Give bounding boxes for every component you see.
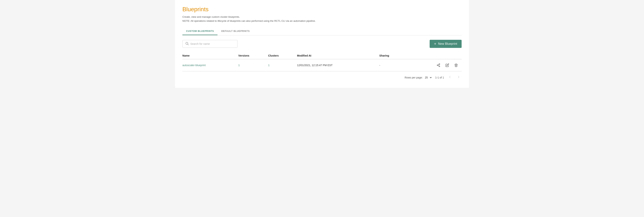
col-header-versions: Versions — [238, 52, 268, 59]
cell-clusters: 1 — [268, 59, 297, 71]
rows-per-page-select[interactable]: 25 50 100 — [424, 76, 432, 79]
pagination-row: Rows per page: 25 50 100 1-1 of 1 — [182, 71, 462, 80]
search-box — [182, 40, 238, 48]
col-header-clusters: Clusters — [268, 52, 297, 59]
description-line1: Create, view and manage custom cluster b… — [182, 15, 462, 19]
share-icon[interactable] — [436, 63, 441, 68]
chevron-right-icon — [457, 75, 460, 80]
content-area: + New Blueprint Name Versions Clusters M… — [182, 35, 462, 81]
cell-sharing: - — [379, 59, 407, 71]
col-header-name: Name — [182, 52, 238, 59]
row-actions — [407, 63, 459, 68]
rows-per-page: Rows per page: 25 50 100 — [405, 76, 432, 79]
blueprints-table: Name Versions Clusters Modified At Shari… — [182, 52, 462, 71]
cell-versions: 1 — [238, 59, 268, 71]
page-container: Blueprints Create, view and manage custo… — [175, 0, 469, 88]
tab-custom-blueprints[interactable]: CUSTOM BLUEPRINTS — [182, 28, 218, 35]
svg-line-6 — [438, 64, 439, 65]
cell-modified-at: 12/01/2021, 12:15:47 PM EST — [297, 59, 379, 71]
search-icon — [185, 42, 190, 46]
page-description: Create, view and manage custom cluster b… — [182, 15, 462, 23]
cell-actions — [407, 59, 462, 71]
edit-icon[interactable] — [445, 63, 450, 68]
versions-link[interactable]: 1 — [238, 64, 240, 67]
new-blueprint-label: New Blueprint — [438, 42, 457, 46]
plus-icon: + — [434, 42, 436, 46]
next-page-button[interactable] — [456, 74, 462, 80]
page-info: 1-1 of 1 — [435, 76, 444, 79]
search-input[interactable] — [190, 42, 235, 45]
rows-per-page-label: Rows per page: — [405, 76, 423, 79]
tabs: CUSTOM BLUEPRINTS DEFAULT BLUEPRINTS — [182, 28, 462, 35]
prev-page-button[interactable] — [447, 74, 453, 80]
svg-line-5 — [438, 66, 439, 66]
clusters-link[interactable]: 1 — [268, 64, 270, 67]
toolbar: + New Blueprint — [182, 40, 462, 48]
description-line2: NOTE: All operations related to lifecycl… — [182, 19, 462, 23]
page-title: Blueprints — [182, 6, 462, 13]
col-header-sharing: Sharing — [379, 52, 407, 59]
table-row: autoscaler-blueprint 1 1 12/01/2021, 12:… — [182, 59, 462, 71]
table-header-row: Name Versions Clusters Modified At Shari… — [182, 52, 462, 59]
col-header-actions — [407, 52, 462, 59]
svg-line-1 — [188, 44, 189, 45]
tabs-container: CUSTOM BLUEPRINTS DEFAULT BLUEPRINTS — [182, 28, 462, 35]
blueprint-name-link[interactable]: autoscaler-blueprint — [182, 64, 206, 67]
new-blueprint-button[interactable]: + New Blueprint — [430, 40, 462, 48]
chevron-left-icon — [448, 75, 452, 80]
delete-icon[interactable] — [454, 63, 459, 68]
cell-name: autoscaler-blueprint — [182, 59, 238, 71]
tab-default-blueprints[interactable]: DEFAULT BLUEPRINTS — [218, 28, 253, 35]
col-header-modified-at: Modified At — [297, 52, 379, 59]
